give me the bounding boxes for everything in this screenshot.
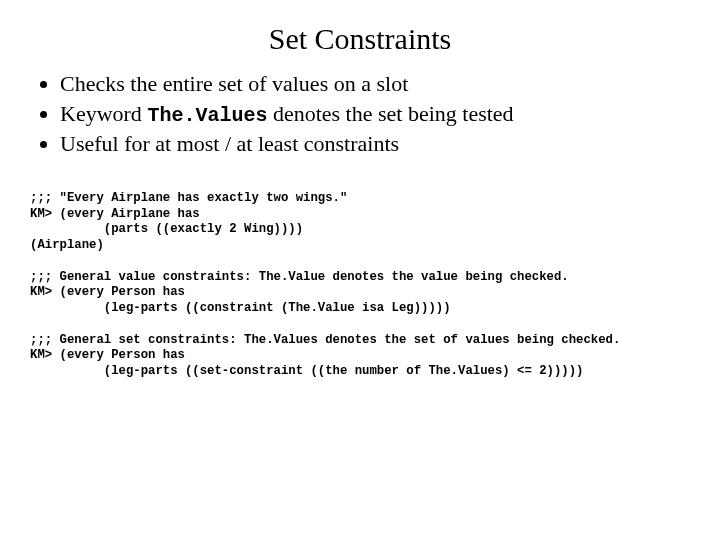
code-block: ;;; "Every Airplane has exactly two wing…: [30, 191, 694, 380]
bullet-text: Useful for at most / at least constraint…: [60, 131, 399, 156]
keyword-code: The.Values: [147, 104, 267, 127]
slide-title: Set Constraints: [26, 22, 694, 56]
bullet-item: Keyword The.Values denotes the set being…: [60, 100, 694, 128]
bullet-text-pre: Keyword: [60, 101, 147, 126]
bullet-item: Useful for at most / at least constraint…: [60, 130, 694, 158]
bullet-text-post: denotes the set being tested: [267, 101, 513, 126]
bullet-item: Checks the entire set of values on a slo…: [60, 70, 694, 98]
bullet-list: Checks the entire set of values on a slo…: [60, 70, 694, 157]
bullet-text: Checks the entire set of values on a slo…: [60, 71, 408, 96]
slide: Set Constraints Checks the entire set of…: [0, 0, 720, 540]
